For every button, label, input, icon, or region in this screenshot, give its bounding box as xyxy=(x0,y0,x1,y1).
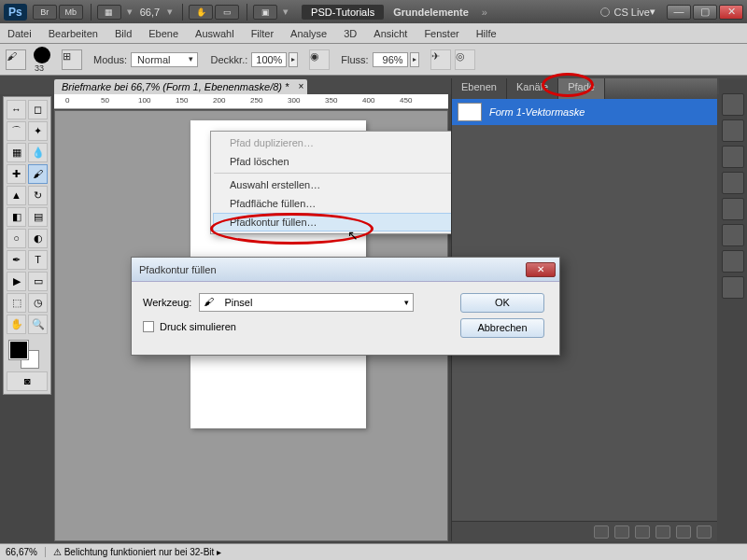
status-message: ⚠ Belichtung funktioniert nur bei 32-Bit… xyxy=(53,547,221,557)
menu-bild[interactable]: Bild xyxy=(115,28,132,39)
menu-datei[interactable]: Datei xyxy=(7,28,32,39)
menu-hilfe[interactable]: Hilfe xyxy=(476,28,497,39)
workpath-icon[interactable] xyxy=(655,525,670,539)
dock-icon[interactable] xyxy=(722,198,744,220)
tab-ebenen[interactable]: Ebenen xyxy=(452,78,507,99)
minimize-button[interactable]: — xyxy=(667,5,691,20)
simulate-checkbox[interactable] xyxy=(143,321,154,332)
brush-panel-icon[interactable]: ⊞ xyxy=(62,49,82,70)
brush-tool-icon[interactable]: 🖌 xyxy=(28,164,48,184)
dock-icon[interactable] xyxy=(722,93,744,116)
3d-tool-icon[interactable]: ⬚ xyxy=(7,293,26,313)
view-icon[interactable]: ▦ xyxy=(97,5,121,20)
marquee-tool-icon[interactable]: ◻ xyxy=(28,100,48,119)
simulate-label: Druck simulieren xyxy=(160,321,236,332)
menu-3d[interactable]: 3D xyxy=(344,28,357,39)
stamp-tool-icon[interactable]: ▲ xyxy=(7,186,26,205)
menu-fenster[interactable]: Fenster xyxy=(424,28,458,39)
foreground-color[interactable] xyxy=(9,341,28,359)
pfadkontur-dialog: Pfadkontur füllen ✕ Werkzeug: 🖌 Pinsel D… xyxy=(131,257,560,356)
flow-arrow-icon[interactable]: ▸ xyxy=(410,52,419,67)
minibridge-button[interactable]: Mb xyxy=(59,5,83,20)
tab-pfade[interactable]: Pfade xyxy=(558,78,605,99)
breadcrumb: PSD-Tutorials Grundelemente » xyxy=(302,5,491,20)
blur-tool-icon[interactable]: ○ xyxy=(7,229,26,248)
menu-bearbeiten[interactable]: Bearbeiten xyxy=(49,28,98,39)
opacity-input[interactable]: 100% xyxy=(251,52,287,67)
wand-tool-icon[interactable]: ✦ xyxy=(28,121,48,141)
app-logo-icon: Ps xyxy=(4,4,27,21)
tool-select[interactable]: 🖌 Pinsel xyxy=(199,293,414,312)
dock-icon[interactable] xyxy=(722,146,744,168)
history-brush-icon[interactable]: ↻ xyxy=(28,186,48,205)
dialog-close-button[interactable]: ✕ xyxy=(526,262,556,277)
move-tool-icon[interactable]: ↔ xyxy=(7,100,26,119)
document-tab[interactable]: Briefmarke bei 66,7% (Form 1, Ebenenmask… xyxy=(54,79,307,94)
fill-path-icon[interactable] xyxy=(594,525,609,539)
maximize-button[interactable]: ▢ xyxy=(693,5,717,20)
hand-tool-icon[interactable]: ✋ xyxy=(7,315,26,334)
cancel-button[interactable]: Abbrechen xyxy=(460,318,544,338)
close-button[interactable]: ✕ xyxy=(719,5,743,20)
screen-icon[interactable]: ▣ xyxy=(253,5,277,20)
flow-input[interactable]: 96% xyxy=(373,52,408,67)
brush-preview-icon[interactable] xyxy=(34,47,50,63)
menu-ebene[interactable]: Ebene xyxy=(148,28,178,39)
crop-tool-icon[interactable]: ▦ xyxy=(7,143,26,162)
delete-path-icon[interactable] xyxy=(697,525,712,539)
eraser-tool-icon[interactable]: ◧ xyxy=(7,207,26,227)
3d-camera-icon[interactable]: ◷ xyxy=(28,293,48,313)
heal-tool-icon[interactable]: ✚ xyxy=(7,164,26,184)
hand-icon[interactable]: ✋ xyxy=(189,5,213,20)
menu-ansicht[interactable]: Ansicht xyxy=(374,28,407,39)
ok-button[interactable]: OK xyxy=(460,293,544,313)
chevron-right-icon[interactable]: » xyxy=(482,7,487,18)
dock-column xyxy=(719,78,747,541)
lasso-tool-icon[interactable]: ⌒ xyxy=(7,121,26,141)
dodge-tool-icon[interactable]: ◐ xyxy=(28,229,48,248)
tab-kanaele[interactable]: Kanäle xyxy=(507,78,558,99)
close-tab-icon[interactable]: × xyxy=(298,81,303,91)
proof-icon[interactable]: ▭ xyxy=(215,5,239,20)
brush-tool-icon[interactable]: 🖌 xyxy=(6,49,26,70)
dock-icon[interactable] xyxy=(722,276,744,299)
type-tool-icon[interactable]: T xyxy=(28,250,48,270)
color-swatches[interactable] xyxy=(6,339,49,371)
dock-icon[interactable] xyxy=(722,172,744,194)
bridge-button[interactable]: Br xyxy=(33,5,57,20)
menu-auswahl[interactable]: Auswahl xyxy=(195,28,234,39)
status-zoom[interactable]: 66,67% xyxy=(6,547,46,557)
flow-label: Fluss: xyxy=(341,54,368,65)
selection-icon[interactable] xyxy=(635,525,650,539)
dock-icon[interactable] xyxy=(722,250,744,273)
blend-mode-select[interactable]: Normal xyxy=(131,52,197,67)
cslive-button[interactable]: CS Live ▾ xyxy=(600,6,655,18)
chevron-down-icon[interactable]: ▾ xyxy=(283,6,289,18)
opacity-arrow-icon[interactable]: ▸ xyxy=(289,52,298,67)
workspace-extra[interactable]: Grundelemente xyxy=(384,7,478,18)
zoom-tool-icon[interactable]: 🔍 xyxy=(28,315,48,334)
dialog-titlebar[interactable]: Pfadkontur füllen ✕ xyxy=(132,258,559,282)
tablet-pressure-opacity-icon[interactable]: ◉ xyxy=(309,49,330,70)
path-select-icon[interactable]: ▶ xyxy=(7,272,26,291)
pen-tool-icon[interactable]: ✒ xyxy=(7,250,26,270)
dock-icon[interactable] xyxy=(722,224,744,246)
menu-analyse[interactable]: Analyse xyxy=(290,28,327,39)
statusbar: 66,67% ⚠ Belichtung funktioniert nur bei… xyxy=(0,543,747,560)
new-path-icon[interactable] xyxy=(676,525,691,539)
airbrush-icon[interactable]: ✈ xyxy=(430,49,451,70)
eyedropper-tool-icon[interactable]: 💧 xyxy=(28,143,48,162)
gradient-tool-icon[interactable]: ▤ xyxy=(28,207,48,227)
chevron-down-icon[interactable]: ▾ xyxy=(167,6,173,18)
quickmask-icon[interactable]: ◙ xyxy=(7,371,48,391)
dock-icon[interactable] xyxy=(722,119,744,142)
shape-tool-icon[interactable]: ▭ xyxy=(28,272,48,291)
tablet-pressure-size-icon[interactable]: ◎ xyxy=(455,49,475,70)
chevron-down-icon[interactable]: ▾ xyxy=(127,6,133,18)
workspace-button[interactable]: PSD-Tutorials xyxy=(302,5,384,20)
ruler-horizontal[interactable]: 0 50 100 150 200 250 300 350 400 450 xyxy=(54,94,448,109)
menu-filter[interactable]: Filter xyxy=(251,28,274,39)
zoom-level[interactable]: 66,7 xyxy=(140,7,160,18)
stroke-path-icon[interactable] xyxy=(614,525,629,539)
path-row[interactable]: Form 1-Vektormaske xyxy=(452,99,717,125)
